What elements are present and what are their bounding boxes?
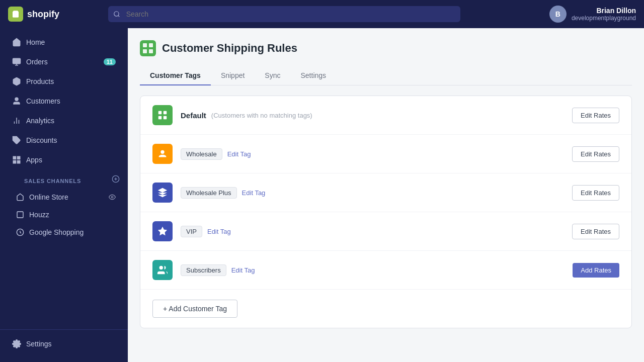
sidebar-item-label: Orders	[26, 58, 48, 66]
edit-rates-default-button[interactable]: Edit Rates	[572, 108, 619, 123]
customers-icon	[12, 97, 21, 106]
sidebar-item-label: Settings	[26, 340, 52, 348]
sidebar-item-google-shopping[interactable]: Google Shopping	[4, 224, 124, 241]
svg-rect-2	[13, 58, 21, 64]
tabs-bar: Customer Tags Snippet Sync Settings	[140, 66, 632, 85]
rule-info-vip: VIP Edit Tag	[181, 226, 564, 237]
sidebar-item-label: Analytics	[26, 117, 54, 125]
sidebar-item-label: Houzz	[29, 211, 49, 219]
edit-rates-wholesale-plus-button[interactable]: Edit Rates	[572, 185, 619, 201]
svg-point-30	[159, 266, 163, 269]
tab-sync[interactable]: Sync	[255, 66, 290, 85]
topbar: shopify B Brian Dillon developmentplaygr…	[0, 0, 644, 28]
sidebar-item-home[interactable]: Home	[4, 33, 124, 52]
edit-tag-wholesale-link[interactable]: Edit Tag	[227, 150, 251, 158]
sidebar-nav: Home Orders 11 Products Customers Analyt…	[0, 32, 128, 325]
shopify-logo[interactable]: shopify	[8, 7, 59, 22]
user-menu[interactable]: B Brian Dillon developmentplayground	[549, 6, 636, 23]
edit-rates-vip-button[interactable]: Edit Rates	[572, 224, 619, 239]
orders-icon	[12, 57, 21, 66]
rule-info-subscribers: Subscribers Edit Tag	[181, 264, 565, 276]
svg-rect-21	[149, 43, 153, 47]
svg-rect-11	[13, 161, 16, 163]
sidebar-item-label: Online Store	[29, 193, 68, 201]
user-info: Brian Dillon developmentplayground	[572, 7, 636, 22]
google-icon	[16, 228, 24, 236]
svg-point-1	[114, 12, 118, 16]
sidebar-bottom: Settings	[0, 329, 128, 358]
tab-settings[interactable]: Settings	[290, 66, 336, 85]
user-name: Brian Dillon	[572, 7, 636, 15]
vip-app-icon	[157, 226, 168, 237]
tab-snippet[interactable]: Snippet	[211, 66, 255, 85]
sales-channels-label: SALES CHANNELS	[12, 172, 89, 186]
rule-icon-vip	[152, 221, 173, 241]
rule-info-wholesale: Wholesale Edit Tag	[181, 148, 564, 160]
add-sales-channel-button[interactable]	[112, 175, 120, 183]
apps-icon	[12, 155, 21, 164]
sidebar-item-label: Discounts	[26, 136, 57, 144]
subscribers-app-icon	[157, 264, 168, 276]
add-customer-tag-button[interactable]: + Add Customer Tag	[152, 300, 237, 318]
svg-rect-20	[143, 43, 147, 47]
sidebar-item-settings[interactable]: Settings	[4, 334, 124, 353]
svg-rect-27	[158, 116, 162, 119]
add-rates-subscribers-button[interactable]: Add Rates	[573, 263, 619, 278]
search-input[interactable]	[108, 6, 460, 22]
app-icon	[140, 40, 156, 56]
content-area: Customer Shipping Rules Customer Tags Sn…	[128, 28, 644, 362]
sidebar-item-customers[interactable]: Customers	[4, 92, 124, 111]
edit-tag-vip-link[interactable]: Edit Tag	[207, 228, 231, 235]
rule-tag-vip: VIP	[181, 226, 202, 237]
sales-channels-section: SALES CHANNELS	[0, 170, 128, 188]
edit-tag-subscribers-link[interactable]: Edit Tag	[231, 266, 255, 274]
edit-rates-wholesale-button[interactable]: Edit Rates	[572, 146, 619, 162]
sidebar-item-houzz[interactable]: Houzz	[4, 206, 124, 223]
sidebar-item-discounts[interactable]: Discounts	[4, 131, 124, 150]
sidebar: Home Orders 11 Products Customers Analyt…	[0, 28, 128, 362]
sidebar-item-analytics[interactable]: Analytics	[4, 111, 124, 130]
page-title: Customer Shipping Rules	[162, 42, 297, 55]
add-customer-tag-section: + Add Customer Tag	[140, 290, 631, 328]
eye-icon	[109, 194, 116, 201]
search-icon	[113, 11, 120, 18]
svg-rect-19	[140, 40, 156, 56]
svg-point-3	[15, 98, 18, 101]
rule-name-default: Default	[181, 111, 206, 120]
rule-row-wholesale: Wholesale Edit Tag Edit Rates	[140, 135, 631, 173]
sidebar-item-orders[interactable]: Orders 11	[4, 52, 124, 71]
svg-rect-10	[18, 161, 20, 163]
rule-row-default: Default (Customers with no matching tags…	[140, 96, 631, 135]
rule-icon-default	[152, 105, 173, 125]
orders-badge: 11	[104, 58, 116, 65]
logo-text: shopify	[27, 9, 59, 20]
svg-point-15	[111, 196, 113, 198]
sidebar-item-label: Customers	[26, 97, 60, 105]
page-header: Customer Shipping Rules	[140, 40, 632, 56]
svg-rect-25	[164, 111, 167, 114]
sidebar-item-products[interactable]: Products	[4, 72, 124, 91]
rule-row-subscribers: Subscribers Edit Tag Add Rates	[140, 251, 631, 290]
search-bar	[108, 6, 460, 22]
store-icon	[16, 193, 24, 201]
sidebar-item-label: Products	[26, 77, 54, 85]
wholesale-app-icon	[157, 148, 168, 159]
svg-rect-16	[17, 212, 23, 218]
svg-rect-22	[143, 49, 147, 53]
rule-icon-wholesale-plus	[152, 183, 173, 203]
svg-rect-9	[18, 156, 20, 159]
discounts-icon	[12, 136, 21, 145]
edit-tag-wholesale-plus-link[interactable]: Edit Tag	[242, 189, 266, 197]
plus-circle-icon	[112, 175, 120, 183]
user-store: developmentplayground	[572, 15, 636, 22]
analytics-icon	[12, 116, 21, 125]
tab-customer-tags[interactable]: Customer Tags	[140, 66, 211, 85]
svg-rect-8	[13, 156, 16, 159]
sidebar-item-label: Google Shopping	[29, 228, 84, 236]
svg-rect-24	[158, 111, 162, 114]
sidebar-item-online-store[interactable]: Online Store	[4, 189, 124, 206]
rule-tag-wholesale-plus: Wholesale Plus	[181, 187, 237, 199]
avatar: B	[549, 6, 567, 23]
rule-tag-subscribers: Subscribers	[181, 264, 226, 276]
sidebar-item-apps[interactable]: Apps	[4, 150, 124, 169]
